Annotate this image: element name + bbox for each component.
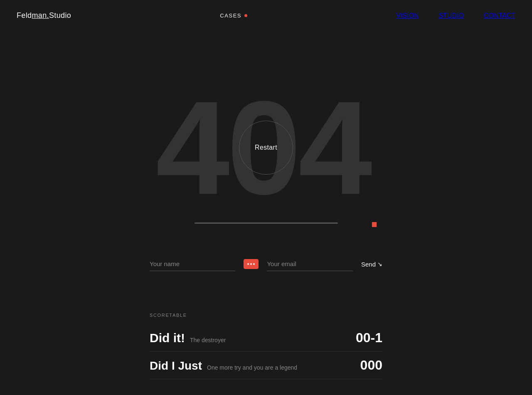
nav-studio[interactable]: STUDIO bbox=[438, 12, 463, 20]
nav-dot-icon bbox=[244, 14, 247, 17]
dot2 bbox=[250, 263, 252, 265]
score-row-title-1: Did it! bbox=[150, 331, 185, 345]
score-row-title-2: Did I Just bbox=[150, 359, 202, 373]
name-input[interactable] bbox=[150, 257, 235, 271]
error-dot: . bbox=[369, 197, 376, 234]
score-row-left-1: Did it! The destroyer bbox=[150, 331, 356, 345]
dot1 bbox=[247, 263, 249, 265]
nav-vision[interactable]: VISION bbox=[396, 12, 419, 20]
nav-right: VISION STUDIO CONTACT bbox=[396, 12, 515, 20]
cases-label: CASES bbox=[220, 12, 241, 19]
logo-part3: Studio bbox=[49, 11, 71, 20]
header: Feldman.Studio CASES VISION STUDIO CONTA… bbox=[0, 0, 532, 31]
progress-bar-container bbox=[195, 222, 338, 224]
score-section: SCORETABLE Did it! The destroyer 00-1 Di… bbox=[150, 313, 382, 395]
main-content: 404. Restart Send ↘ SCORETABLE Did it! T… bbox=[0, 31, 532, 395]
send-arrow-icon: ↘ bbox=[377, 261, 382, 267]
main-nav: CASES bbox=[220, 12, 247, 19]
send-button[interactable]: Send ↘ bbox=[361, 261, 382, 268]
score-value-2: 000 bbox=[360, 358, 382, 373]
logo-part1: Feld bbox=[17, 11, 32, 20]
send-label: Send bbox=[361, 261, 376, 268]
score-row-subtitle-2: One more try and you are a legend bbox=[207, 364, 297, 371]
contact-form: Send ↘ bbox=[150, 257, 382, 271]
progress-bar bbox=[195, 222, 338, 224]
score-value-1: 00-1 bbox=[356, 330, 382, 346]
nav-contact[interactable]: CONTACT bbox=[484, 12, 515, 20]
logo[interactable]: Feldman.Studio bbox=[17, 11, 71, 20]
error-section: 404. Restart bbox=[0, 81, 532, 214]
dot3 bbox=[253, 263, 255, 265]
score-row-left-2: Did I Just One more try and you are a le… bbox=[150, 359, 360, 373]
score-row: Did it! The destroyer 00-1 bbox=[150, 324, 382, 352]
logo-part2: man. bbox=[32, 11, 49, 20]
score-row-subtitle-1: The destroyer bbox=[190, 337, 226, 343]
nav-cases[interactable]: CASES bbox=[220, 12, 247, 19]
score-row-2: Did I Just One more try and you are a le… bbox=[150, 352, 382, 379]
score-label: SCORETABLE bbox=[150, 313, 382, 318]
email-input[interactable] bbox=[267, 257, 352, 271]
dots-separator-icon bbox=[244, 259, 259, 269]
restart-button[interactable]: Restart bbox=[239, 121, 293, 175]
